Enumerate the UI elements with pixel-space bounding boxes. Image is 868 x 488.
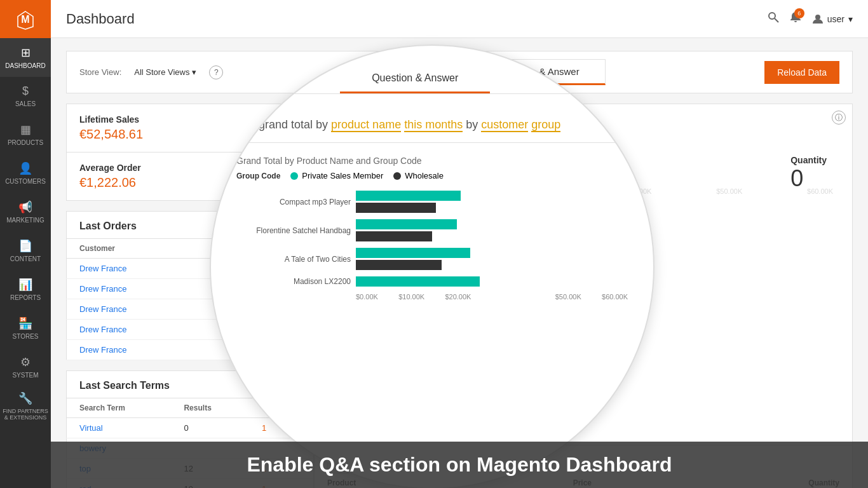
customer-name: Drew France — [67, 320, 219, 340]
reload-data-button[interactable]: Reload Data — [764, 61, 839, 84]
sidebar-logo: M — [0, 0, 51, 38]
last-orders-title: Last Orders — [66, 211, 314, 238]
customer-name: Drew France — [67, 299, 219, 320]
customers-icon: 👤 — [18, 161, 32, 175]
sidebar: M ⊞ DASHBOARD $ SALES ▦ PRODUCTS 👤 CUSTO… — [0, 0, 51, 488]
sidebar-item-products[interactable]: ▦ PRODUCTS — [0, 115, 51, 154]
partners-icon: 🔧 — [18, 391, 32, 405]
store-view-select[interactable]: All Store Views ▾ — [134, 67, 196, 77]
sidebar-item-dashboard[interactable]: ⊞ DASHBOARD — [0, 38, 51, 77]
item-count: 2 — [219, 320, 314, 340]
reports-icon: 📊 — [18, 278, 32, 292]
customer-name: Drew France — [67, 279, 219, 299]
right-panel: ⓘ Grand Total by Product Name and Group … — [314, 104, 853, 488]
svg-point-5 — [815, 15, 820, 20]
lifetime-sales-value: €52,548.61 — [79, 127, 301, 142]
col-results: Results — [171, 398, 248, 418]
item-count[interactable]: 4 — [219, 259, 314, 279]
average-order-box: Average Order €1,222.06 — [66, 152, 314, 201]
sidebar-item-sales[interactable]: $ SALES — [0, 77, 51, 115]
table-row: Drew France1 — [67, 340, 314, 360]
results-count: 0 — [171, 418, 248, 438]
average-order-label: Average Order — [79, 163, 301, 173]
store-view-label: Store View: — [79, 67, 121, 77]
help-icon[interactable]: ? — [209, 65, 223, 79]
stores-icon: 🏪 — [18, 316, 32, 330]
last-orders-table: Customer Items Drew France4Drew France2D… — [66, 238, 314, 360]
tab-amounts[interactable]: Amounts — [383, 59, 472, 85]
lifetime-sales-label: Lifetime Sales — [79, 114, 301, 125]
left-panel: Lifetime Sales €52,548.61 Average Order … — [66, 104, 314, 488]
table-row: Virtual01 — [67, 418, 314, 438]
top-header: Dashboard 6 user ▾ — [51, 0, 868, 38]
chart-area: Grand Total by Product Name and Group Co… — [327, 117, 839, 201]
store-view-dropdown-arrow: ▾ — [192, 67, 196, 77]
sidebar-item-marketing[interactable]: 📢 MARKETING — [0, 193, 51, 231]
svg-text:M: M — [21, 14, 29, 25]
col-uses: Uses — [249, 398, 314, 418]
page-title: Dashboard — [66, 11, 135, 27]
notification-badge: 6 — [794, 8, 804, 18]
col-search-term: Search Term — [67, 398, 172, 418]
col-items: Items — [219, 239, 314, 259]
sidebar-item-content[interactable]: 📄 CONTENT — [0, 231, 51, 270]
col-customer: Customer — [67, 239, 219, 259]
marketing-icon: 📢 — [18, 200, 32, 214]
sidebar-item-reports[interactable]: 📊 REPORTS — [0, 270, 51, 309]
quantity-panel: Quantity 0 — [790, 155, 827, 192]
average-order-value: €1,222.06 — [79, 175, 301, 190]
header-actions: 6 user ▾ — [768, 11, 853, 27]
item-count: 2 — [219, 279, 314, 299]
products-icon: ▦ — [20, 123, 31, 137]
svg-point-3 — [769, 13, 775, 19]
sidebar-item-customers[interactable]: 👤 CUSTOMERS — [0, 154, 51, 193]
search-button[interactable] — [768, 11, 779, 26]
sidebar-item-partners[interactable]: 🔧 FIND PARTNERS & EXTENSIONS — [0, 386, 51, 426]
content-icon: 📄 — [18, 239, 32, 253]
sales-icon: $ — [22, 85, 29, 98]
table-row: Drew France2 — [67, 320, 314, 340]
sidebar-item-system[interactable]: ⚙ SYSTEM — [0, 348, 51, 386]
sidebar-item-stores[interactable]: 🏪 STORES — [0, 309, 51, 348]
bottom-text-1: g product name, customers, and grand tot… — [327, 214, 839, 224]
dashboard-layout: Lifetime Sales €52,548.61 Average Order … — [66, 104, 853, 488]
uses-count: 1 — [249, 418, 314, 438]
item-count: 1 — [219, 340, 314, 360]
search-term: Virtual — [67, 418, 172, 438]
user-menu-button[interactable]: user ▾ — [812, 13, 853, 25]
lifetime-sales-box: Lifetime Sales €52,548.61 — [66, 104, 314, 152]
system-icon: ⚙ — [20, 355, 31, 369]
dashboard-icon: ⊞ — [21, 46, 31, 60]
svg-line-4 — [775, 18, 778, 22]
item-count: 2 — [219, 299, 314, 320]
content-area: Store View: All Store Views ▾ ? Amounts … — [51, 38, 868, 488]
customer-name: Drew France — [67, 340, 219, 360]
top-bar: Store View: All Store Views ▾ ? Amounts … — [66, 51, 853, 93]
last-search-terms-title: Last Search Terms — [66, 370, 314, 398]
table-row: Drew France2 — [67, 279, 314, 299]
customer-name: Drew France — [67, 259, 219, 279]
tab-qa[interactable]: Question & Answer — [472, 59, 606, 85]
notification-button[interactable]: 6 — [789, 11, 802, 27]
bottom-text-2: mpleSalesCube — [327, 224, 839, 233]
main-content: Dashboard 6 user ▾ — [51, 0, 868, 488]
table-row: Drew France4 — [67, 259, 314, 279]
bottom-overlay-text: Enable Q&A section on Magento Dashboard — [51, 442, 868, 488]
table-row: Drew France2 — [67, 299, 314, 320]
user-dropdown-arrow: ▾ — [848, 14, 853, 24]
